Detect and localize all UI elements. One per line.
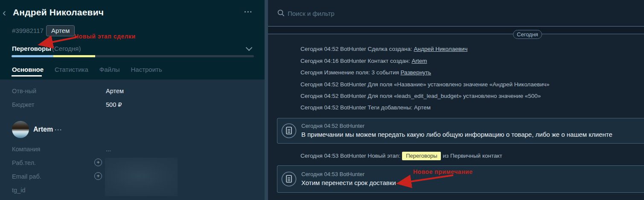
search-input[interactable] <box>288 8 501 19</box>
lead-tabs: Основное Статистика Файлы Настроить <box>12 66 162 73</box>
event-text: Сегодня 04:52 BotHunter Сделка создана: <box>300 46 414 52</box>
event-link[interactable]: Artem <box>411 58 427 64</box>
tab-statistics[interactable]: Статистика <box>55 66 88 73</box>
contact-name[interactable]: Artem <box>33 126 53 133</box>
event-text: из Первичный контакт <box>443 153 502 159</box>
contact-avatar <box>12 121 29 138</box>
field-value-responsible[interactable]: Артем <box>106 88 124 94</box>
feed-event: Сегодня 04:52 BotHunter Теги добавлены: … <box>300 104 431 111</box>
feed-event: Сегодня 04:16 BotHunter Контакт создан: … <box>300 58 427 64</box>
field-label-work-phone: Раб.тел. <box>12 159 36 166</box>
redacted-value-area <box>105 158 178 196</box>
add-phone-icon[interactable]: + <box>94 159 102 166</box>
annotation-new-stage: Новый этап сделки <box>74 33 136 40</box>
event-text: Сегодня 04:52 BotHunter Теги добавлены: … <box>300 104 431 111</box>
note-header: Сегодня 04:53 BotHunter <box>301 171 364 177</box>
note-card: Сегодня 04:52 BotHunter В примечании мы … <box>277 118 644 144</box>
field-label-company: Компания <box>12 146 40 153</box>
stage-date: (Сегодня) <box>52 45 81 52</box>
tab-main[interactable]: Основное <box>12 66 44 73</box>
field-label-work-email: Email раб. <box>12 173 41 180</box>
feed-event: Сегодня 04:52 BotHunter Для поля «Назван… <box>300 81 550 88</box>
event-text: Сегодня 04:16 BotHunter Контакт создан: <box>300 58 411 64</box>
field-label-tg-id: tg_id <box>12 187 25 194</box>
feed-event: Сегодня 04:52 BotHunter Сделка создана: … <box>300 46 467 52</box>
event-text: Сегодня 04:52 BotHunter Для поля «Назван… <box>300 81 550 88</box>
note-icon <box>281 123 297 140</box>
feed-event-stage-change: Сегодня 04:53 BotHunter Новый этап:Перег… <box>300 152 502 160</box>
event-text: Сегодня 04:52 BotHunter Для поля «leads_… <box>300 93 541 99</box>
tab-files[interactable]: Файлы <box>99 66 120 73</box>
field-label-responsible: Отв-ный <box>12 88 36 94</box>
lead-tag-chip[interactable]: Артем <box>46 25 75 36</box>
field-value-budget[interactable]: 500 ₽ <box>106 101 122 108</box>
note-header: Сегодня 04:52 BotHunter <box>301 123 364 129</box>
tab-setup[interactable]: Настроить <box>131 66 162 73</box>
search-icon <box>277 9 285 17</box>
note-body: Хотим перенести срок доставки <box>301 179 396 186</box>
crm-window: ‹ Андрей Николаевич ··· #39982117 Артем … <box>0 0 644 200</box>
active-tab-underline <box>12 75 42 76</box>
feed-event: Сегодня 04:52 BotHunter Для поля «leads_… <box>300 93 541 99</box>
lead-id: #39982117 <box>12 27 44 34</box>
progress-segment-blue <box>12 55 53 57</box>
stage-chip: Переговоры <box>402 152 441 160</box>
chevron-down-icon[interactable] <box>247 45 251 50</box>
back-icon[interactable]: ‹ <box>3 7 6 19</box>
date-divider-pill: Сегодня <box>513 30 542 39</box>
expand-link[interactable]: Развернуть <box>401 69 431 76</box>
add-email-icon[interactable]: + <box>94 172 102 180</box>
pipeline-progress-bar[interactable] <box>12 55 254 57</box>
field-label-budget: Бюджет <box>12 101 34 108</box>
event-link[interactable]: Андрей Николаевич <box>414 46 468 52</box>
contact-more-icon[interactable]: ··· <box>55 126 62 133</box>
event-text: Сегодня Изменение поля: 3 события <box>300 69 401 76</box>
progress-segment-yellow <box>53 55 95 57</box>
lead-title: Андрей Николаевич <box>13 7 104 18</box>
more-menu-icon[interactable]: ··· <box>244 8 253 16</box>
feed-top-strip <box>268 27 644 34</box>
field-value-company[interactable]: ... <box>106 146 111 153</box>
stage-name[interactable]: Переговоры <box>12 45 51 52</box>
lead-sidebar: ‹ Андрей Николаевич ··· #39982117 Артем … <box>0 0 265 200</box>
feed-search-bar <box>268 0 644 26</box>
note-icon <box>281 171 297 188</box>
annotation-new-note: Новое примечание <box>413 168 472 175</box>
note-body: В примечании мы можем передать какую либ… <box>301 131 612 138</box>
panel-divider[interactable] <box>265 0 268 200</box>
feed-event: Сегодня Изменение поля: 3 события Развер… <box>300 69 431 76</box>
event-text: Сегодня 04:53 BotHunter Новый этап: <box>300 153 400 159</box>
